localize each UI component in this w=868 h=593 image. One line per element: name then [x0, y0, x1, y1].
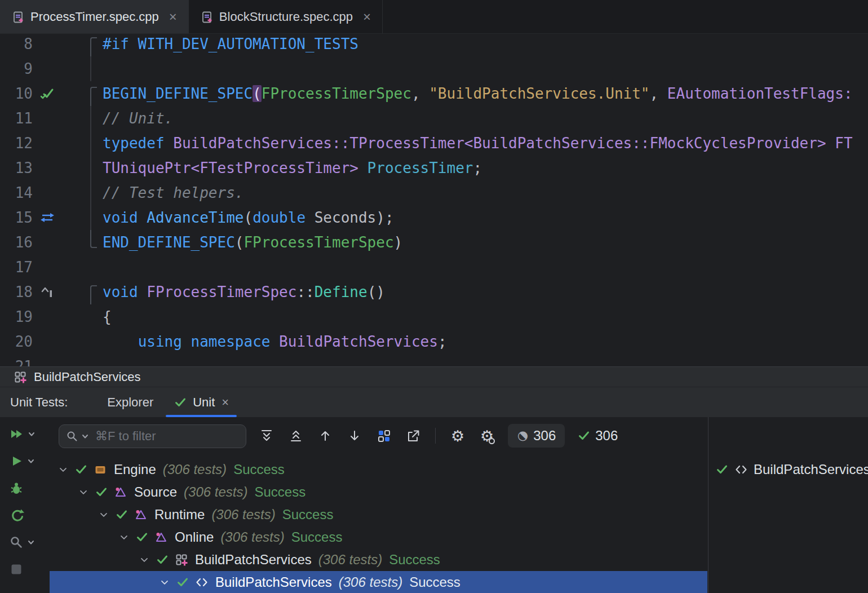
tab-explorer[interactable]: Explorer	[97, 387, 163, 417]
code-line[interactable]: 10BEGIN_DEFINE_SPEC(FProcessTimerSpec, "…	[0, 81, 868, 106]
close-icon[interactable]: ×	[222, 395, 229, 410]
code-line[interactable]: 8#if WITH_DEV_AUTOMATION_TESTS	[0, 34, 868, 56]
chevron-down-icon[interactable]	[78, 485, 89, 499]
chevron-slot[interactable]	[78, 485, 89, 499]
next-button[interactable]	[346, 427, 363, 444]
test-count: (306 tests)	[184, 484, 247, 500]
passed-check-icon-slot	[715, 463, 729, 476]
unit-tests-tab-strip: Unit Tests: Explorer Unit ×	[0, 387, 868, 417]
chevron-slot[interactable]	[159, 576, 170, 589]
line-number: 8	[0, 36, 33, 52]
tab-unit[interactable]: Unit ×	[163, 387, 239, 417]
code-text: END_DEFINE_SPEC(FProcessTimerSpec)	[99, 234, 402, 251]
close-tab-icon[interactable]: ×	[363, 9, 371, 25]
test-tree-row[interactable]: BuildPatchServices(306 tests)Success	[50, 548, 707, 571]
chevron-down-icon[interactable]	[98, 508, 109, 521]
dropdown-caret-icon[interactable]	[28, 458, 34, 464]
chevron-slot[interactable]	[118, 530, 130, 544]
expand-all-button[interactable]	[258, 427, 275, 444]
run-all-button[interactable]	[9, 421, 50, 448]
check-icon	[95, 485, 108, 499]
chevron-down-icon[interactable]	[118, 530, 130, 544]
fold-column	[62, 156, 99, 180]
filter-input[interactable]: ⌘F to filter	[59, 424, 246, 448]
recursive-call-gutter-icon[interactable]	[39, 210, 55, 225]
dropdown-caret-icon[interactable]	[28, 539, 34, 546]
code-line[interactable]: 15void AdvanceTime(double Seconds);	[0, 205, 868, 230]
export-button[interactable]	[405, 427, 422, 444]
code-line[interactable]: 11// Unit.	[0, 106, 868, 131]
test-passed-gutter-icon[interactable]	[39, 86, 55, 101]
previous-button[interactable]	[317, 427, 334, 444]
chevron-slot[interactable]	[57, 463, 69, 476]
line-number: 16	[0, 234, 33, 251]
run-all-tests-icon	[9, 427, 24, 441]
fold-column[interactable]	[62, 280, 99, 304]
fold-column	[62, 304, 99, 329]
collapse-all-button[interactable]	[287, 427, 304, 444]
test-suite-icon	[734, 463, 748, 476]
fold-column	[62, 329, 99, 354]
code-line[interactable]: 19{	[0, 304, 868, 329]
code-line[interactable]: 21	[0, 354, 868, 366]
previous-icon	[317, 428, 333, 444]
check-icon	[176, 576, 189, 589]
check-icon	[577, 429, 591, 442]
test-tree-row[interactable]: Source(306 tests)Success	[50, 481, 707, 503]
debug-button[interactable]	[9, 475, 50, 502]
gutter[interactable]	[33, 284, 62, 300]
dropdown-caret-icon[interactable]	[82, 433, 88, 440]
fold-column[interactable]	[62, 81, 99, 106]
test-name: BuildPatchServices	[195, 552, 312, 568]
code-line[interactable]: 17	[0, 255, 868, 280]
code-editor[interactable]: 8#if WITH_DEV_AUTOMATION_TESTS910BEGIN_D…	[0, 34, 868, 366]
override-up-gutter-icon[interactable]	[39, 284, 55, 300]
dropdown-caret-icon[interactable]	[28, 431, 35, 437]
inspect-button[interactable]	[9, 529, 50, 556]
test-tree-row[interactable]: Engine(306 tests)Success	[50, 458, 707, 481]
code-line[interactable]: 12typedef BuildPatchServices::TProcessTi…	[0, 131, 868, 156]
code-line[interactable]: 16END_DEFINE_SPEC(FProcessTimerSpec)	[0, 230, 868, 255]
editor-tab[interactable]: ProcessTimer.spec.cpp×	[0, 0, 189, 33]
rerun-button[interactable]	[9, 502, 50, 529]
test-tree-row[interactable]: Online(306 tests)Success	[50, 526, 707, 548]
gutter[interactable]	[33, 210, 62, 225]
fold-column	[62, 131, 99, 156]
settings-button[interactable]: ⚙	[449, 427, 466, 444]
editor-tab[interactable]: BlockStructure.spec.cpp×	[189, 0, 383, 33]
detail-suite-row[interactable]: BuildPatchServices	[708, 458, 868, 481]
passed-count-badge[interactable]: 306	[577, 428, 618, 444]
chevron-down-icon[interactable]	[159, 576, 170, 589]
test-tree-row[interactable]: BuildPatchServices(306 tests)Success	[50, 571, 707, 593]
fold-column[interactable]	[62, 230, 99, 255]
tool-window-header[interactable]: BuildPatchServices	[0, 366, 868, 387]
code-line[interactable]: 13TUniquePtr<FTestProcessTimer> ProcessT…	[0, 156, 868, 180]
chevron-slot[interactable]	[98, 508, 109, 521]
code-line[interactable]: 18void FProcessTimerSpec::Define()	[0, 280, 868, 304]
test-tree-row[interactable]: Runtime(306 tests)Success	[50, 503, 707, 526]
fold-column	[62, 180, 99, 205]
stop-icon	[9, 562, 24, 577]
group-by-button[interactable]	[375, 427, 392, 444]
line-number: 13	[0, 160, 33, 176]
close-tab-icon[interactable]: ×	[169, 9, 177, 25]
test-name: Runtime	[154, 507, 205, 523]
run-button[interactable]	[9, 448, 50, 475]
gutter[interactable]	[33, 86, 62, 101]
search-options-caret-slot[interactable]	[82, 433, 88, 440]
module-icon	[134, 508, 148, 521]
chevron-slot[interactable]	[139, 553, 150, 567]
test-tree: Engine(306 tests)SuccessSource(306 tests…	[50, 454, 707, 593]
chevron-down-icon[interactable]	[139, 553, 150, 567]
test-count: (306 tests)	[318, 552, 382, 568]
chevron-down-icon[interactable]	[57, 463, 69, 476]
code-line[interactable]: 14// Test helpers.	[0, 180, 868, 205]
fold-column[interactable]	[62, 34, 99, 56]
code-line[interactable]: 20 using namespace BuildPatchServices;	[0, 329, 868, 354]
total-count-badge[interactable]: ◑ 306	[508, 424, 565, 448]
collapse-all-icon	[288, 428, 304, 444]
options-button[interactable]: ⚙	[479, 427, 495, 444]
test-count: (306 tests)	[163, 462, 227, 477]
options-gear-icon: ⚙	[480, 428, 494, 444]
code-line[interactable]: 9	[0, 56, 868, 81]
